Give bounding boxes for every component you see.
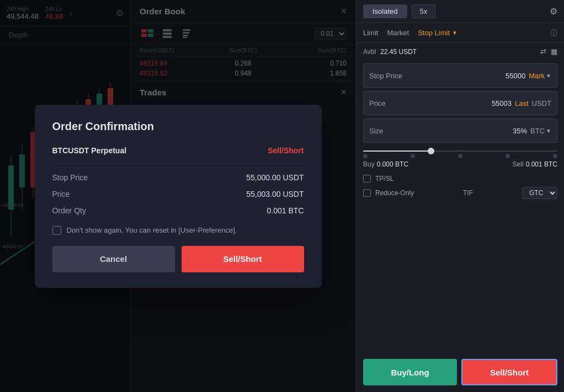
modal-checkbox-row: Don't show again. You can reset in [User… — [52, 226, 304, 235]
tif-select[interactable]: GTC IOC FOK — [522, 187, 557, 199]
stop-limit-dropdown[interactable]: Stop Limit ▼ — [418, 29, 457, 37]
order-confirmation-modal: Order Confirmation BTCUSDT Perpetual Sel… — [35, 105, 322, 288]
price-label: Price — [369, 99, 413, 108]
modal-qty-row: Order Qty 0.001 BTC — [52, 206, 304, 215]
modal-side-label: Sell/Short — [268, 146, 304, 155]
mode-bar: Isolated 5x ⚙ — [357, 0, 564, 23]
buy-label: Buy — [363, 160, 375, 168]
sliders-icon: ⚙ — [550, 7, 557, 16]
slider-dot-75 — [506, 154, 510, 158]
size-field[interactable]: Size 35% BTC ▼ — [363, 119, 557, 143]
isolated-mode-button[interactable]: Isolated — [363, 4, 407, 18]
modal-pair-row: BTCUSDT Perpetual Sell/Short — [52, 146, 304, 155]
price-value: 55003 — [492, 99, 512, 108]
avbl-row: Avbl 22.45 USDT ⇄ ▦ — [357, 43, 564, 60]
modal-overlay: Order Confirmation BTCUSDT Perpetual Sel… — [0, 0, 356, 392]
price-field[interactable]: Price 55003 Last USDT — [363, 91, 557, 115]
market-order-button[interactable]: Market — [387, 28, 409, 38]
modal-price-value: 55,003.00 USDT — [246, 190, 304, 198]
settings-icon-button[interactable]: ⚙ — [550, 6, 557, 17]
size-percent: 35% — [513, 127, 527, 135]
sell-label: Sell — [513, 160, 524, 168]
reduce-only-label: Reduce-Only — [375, 189, 414, 197]
modal-price-label: Price — [52, 190, 70, 198]
modal-price-row: Price 55,003.00 USDT — [52, 190, 304, 198]
slider-dots — [357, 154, 564, 158]
slider-dot-0 — [363, 154, 368, 158]
stop-price-value: 55000 — [506, 72, 525, 80]
size-dropdown-icon[interactable]: ▼ — [546, 128, 551, 134]
leverage-button[interactable]: 5x — [412, 4, 436, 18]
sell-short-button[interactable]: Sell/Short — [461, 359, 557, 385]
slider-dot-100 — [553, 154, 557, 158]
tpsl-label: TP/SL — [375, 175, 393, 182]
modal-sell-short-button[interactable]: Sell/Short — [182, 246, 304, 272]
dont-show-again-checkbox[interactable] — [52, 226, 61, 235]
modal-buttons: Cancel Sell/Short — [52, 246, 304, 272]
avbl-icons: ⇄ ▦ — [540, 47, 557, 56]
modal-stop-price-label: Stop Price — [52, 173, 88, 182]
modal-pair-label: BTCUSDT Perpetual — [52, 146, 127, 155]
size-slider-track[interactable] — [363, 151, 557, 152]
slider-fill — [363, 151, 431, 152]
buy-long-button[interactable]: Buy/Long — [363, 359, 457, 385]
buy-value: 0.000 BTC — [377, 160, 408, 168]
avbl-label: Avbl — [363, 48, 376, 56]
modal-qty-label: Order Qty — [52, 206, 86, 215]
order-type-bar: Limit Market Stop Limit ▼ ⓘ — [357, 23, 564, 43]
calculator-icon[interactable]: ▦ — [551, 47, 557, 56]
slider-dot-50 — [458, 154, 462, 158]
limit-order-button[interactable]: Limit — [363, 28, 378, 38]
reduce-only-checkbox[interactable] — [363, 189, 371, 197]
transfer-icon[interactable]: ⇄ — [540, 47, 546, 56]
modal-title: Order Confirmation — [52, 120, 304, 133]
modal-divider — [52, 164, 304, 164]
slider-dot-25 — [411, 154, 415, 158]
stop-price-dropdown-icon[interactable]: ▼ — [546, 73, 551, 79]
stop-price-field[interactable]: Stop Price 55000 Mark ▼ — [363, 63, 557, 88]
sell-value: 0.001 BTC — [526, 160, 557, 168]
price-currency: USDT — [532, 99, 551, 108]
stop-price-label: Stop Price — [369, 72, 413, 80]
size-currency: BTC — [530, 127, 545, 135]
tpsl-checkbox[interactable] — [363, 175, 371, 182]
trading-form-panel: Isolated 5x ⚙ Limit Market Stop Limit ▼ … — [356, 0, 564, 392]
tif-label: TIF — [463, 189, 473, 197]
dont-show-again-label: Don't show again. You can reset in [User… — [67, 226, 237, 234]
stop-limit-label: Stop Limit — [418, 29, 450, 37]
info-icon[interactable]: ⓘ — [550, 28, 557, 38]
size-label: Size — [369, 127, 413, 135]
action-buttons: Buy/Long Sell/Short — [357, 352, 564, 392]
price-type[interactable]: Last — [515, 99, 529, 108]
modal-stop-price-row: Stop Price 55,000.00 USDT — [52, 173, 304, 182]
buy-sell-amounts-row: Buy 0.000 BTC Sell 0.001 BTC — [357, 158, 564, 173]
stop-price-type[interactable]: Mark — [529, 72, 545, 80]
modal-stop-price-value: 55,000.00 USDT — [246, 173, 304, 182]
reduce-only-row: Reduce-Only TIF GTC IOC FOK — [357, 185, 564, 201]
tpsl-checkbox-row: TP/SL — [357, 173, 564, 185]
avbl-value: 22.45 USDT — [380, 48, 417, 56]
stop-limit-arrow-icon: ▼ — [452, 30, 457, 36]
modal-cancel-button[interactable]: Cancel — [52, 246, 175, 272]
modal-qty-value: 0.001 BTC — [267, 206, 304, 215]
